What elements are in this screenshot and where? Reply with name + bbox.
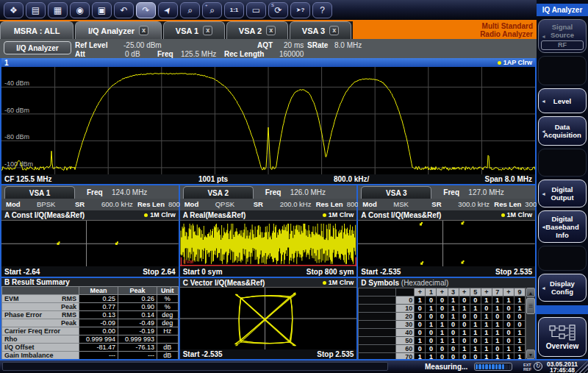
tab-close-icon[interactable]: x [266, 26, 276, 35]
tab-msra-all[interactable]: MSRA : ALL [0, 21, 74, 39]
symbol-bit: 1 [437, 321, 447, 328]
vsa-tab-button[interactable]: VSA 3 [361, 186, 431, 199]
save-button[interactable]: ▦ [48, 2, 68, 18]
symbols-row-index: 30 [396, 321, 414, 328]
vsa-param-value: 200.0 kHz [280, 200, 312, 208]
symbol-bit: 0 [503, 305, 514, 312]
vsa-freq-value: 124.0 MHz [112, 188, 147, 196]
spectrum-plot: -40 dBm-60 dBm-80 dBm-100 dBm [1, 67, 535, 174]
zoom-1to1-icon: 1:1 [230, 7, 239, 13]
scroll-track[interactable] [526, 315, 535, 349]
progress-segment [476, 364, 478, 369]
vsa-freq-value: 126.0 MHz [290, 188, 326, 196]
symbols-scrollbar[interactable]: ▲☰▼ [526, 288, 535, 359]
symbols-row-index: 50 [396, 337, 414, 344]
softkey-digital-baseband-info[interactable]: ◄Digital Baseband Info [538, 210, 587, 243]
rs-row-label: Peak [2, 319, 79, 327]
tab-vsa-3[interactable]: VSA 3x [290, 21, 351, 39]
rs-column-header: Mean [79, 287, 118, 294]
plot-stop-value: Stop 2.535 [317, 350, 354, 358]
softkey-display-config[interactable]: ◄Display Config [538, 274, 587, 302]
vsa-trace-tag: 1M Clrw [323, 211, 354, 219]
rs-mean-value: 0.00 [79, 327, 118, 335]
tab-vsa-1[interactable]: VSA 1x [163, 21, 225, 39]
vector-title: C Vector I/Q(Meas&Ref) [183, 279, 265, 287]
tab-close-icon[interactable]: x [203, 26, 212, 35]
symbol-bit: 1 [492, 329, 503, 336]
vsa-param-value: 800 [347, 200, 359, 208]
symbol-bit: 0 [459, 313, 470, 320]
context-help-button[interactable]: ➤? [290, 2, 310, 18]
zoom-selection-button[interactable]: ⌕ [180, 2, 200, 18]
symbol-bit: 1 [459, 305, 470, 312]
symbol-bit: 1 [448, 337, 459, 344]
sy-gutter [359, 345, 395, 352]
rs-mean-value: 0.77 [79, 303, 118, 310]
symbols-row-index: 0 [396, 296, 414, 304]
scroll-up-icon[interactable]: ▲ [526, 288, 535, 297]
symbol-bit: 0 [448, 329, 459, 336]
vsa-result-titlebar: A Const I/Q(Meas&Ref)1M Clrw [1, 210, 179, 220]
fullscreen-button[interactable]: ▭ [246, 2, 266, 18]
symbol-bit: 0 [437, 345, 447, 352]
softkey-empty-1 [538, 56, 587, 85]
tab-close-icon[interactable]: x [139, 26, 148, 35]
symbol-bit: 0 [426, 337, 436, 344]
symbols-row-index: 20 [396, 313, 414, 320]
tab-vsa-2[interactable]: VSA 2x [226, 21, 288, 39]
vsa-tab-button[interactable]: VSA 2 [183, 186, 254, 199]
scroll-thumb[interactable]: ☰ [526, 298, 535, 314]
tab-close-icon[interactable]: x [329, 26, 339, 35]
save-icon: ▦ [54, 5, 62, 15]
plot-start-value: Start -2.64 [4, 268, 40, 276]
screenshot-icon: ◉ [76, 5, 83, 15]
date-time: 03.05.2011 17:45:48 [545, 361, 580, 373]
open-file-button[interactable]: ▤ [26, 2, 46, 18]
channel-type-button[interactable]: I/Q Analyzer [4, 41, 71, 54]
screenshot-button[interactable]: ◉ [70, 2, 90, 18]
trace-dot-icon [501, 213, 505, 217]
symbol-bit: 1 [459, 329, 470, 336]
plot-start-value: Start -2.535 [361, 268, 401, 276]
softkey-digital-output[interactable]: ◄Digital Output [538, 180, 587, 207]
vsa-freq-label: Freq [265, 188, 282, 196]
srate-value: 8.0 MHz [334, 41, 362, 49]
print-button[interactable]: ▣ [92, 2, 112, 18]
symbol-bit: 1 [481, 313, 492, 320]
rec-length-value: 160000 [279, 50, 304, 58]
zoom-multiple-button[interactable]: +⌕ [202, 2, 222, 18]
time: 17:45:48 [545, 367, 580, 373]
scroll-down-icon[interactable]: ▼ [526, 349, 535, 359]
overview-label: Overview [546, 342, 578, 350]
vsa-param-label: SR [431, 200, 441, 208]
vsa-header-row1: VSA 1Freq124.0 MHz [1, 185, 179, 199]
vsa-tab-button[interactable]: VSA 1 [4, 186, 75, 199]
select-pointer-button[interactable]: ➤ [158, 2, 178, 18]
vsa-panels-row: VSA 1Freq124.0 MHzModBPSKSR600.0 kHzRes … [1, 185, 535, 277]
symbol-bit: 1 [514, 337, 525, 344]
softkey-level[interactable]: ◄Level [538, 88, 587, 113]
softkey-label: Level [553, 97, 571, 105]
freq-value: 125.5 MHz [181, 50, 216, 58]
aqt-value: 20 ms [284, 41, 304, 49]
sequence-button[interactable]: S⟳ [268, 2, 288, 18]
softkey-arrow-icon: ◄ [541, 127, 546, 135]
measurement-progress-bar [474, 363, 512, 371]
undo-button[interactable]: ↶ [114, 2, 134, 18]
vsa-param-label: Res Len [137, 200, 165, 208]
rs-peak-value: -0.19 [118, 327, 157, 335]
windows-logo-button[interactable]: ❖ [4, 2, 24, 18]
vsa-plot-footer: Start -2.535Stop 2.535 [358, 266, 535, 277]
redo-button[interactable]: ↷ [136, 2, 156, 18]
overview-button[interactable]: Overview [538, 317, 587, 357]
help-button[interactable]: ? [312, 2, 332, 18]
svg-text:-100 dBm: -100 dBm [4, 160, 33, 168]
plot-start-value: Start 0 sym [183, 268, 223, 276]
tab-i-q-analyzer[interactable]: I/Q Analyzerx [75, 21, 162, 39]
symbol-bit: 1 [503, 345, 514, 352]
rs-peak-value: 0.14 [118, 311, 157, 319]
vsa-plot-footer: Start -2.64Stop 2.64 [1, 266, 179, 277]
zoom-1to1-button[interactable]: 1:1 [224, 2, 244, 18]
symbol-bit: 1 [448, 296, 459, 304]
softkey-data-acquisition[interactable]: ◄Data Acquisition [538, 116, 587, 146]
